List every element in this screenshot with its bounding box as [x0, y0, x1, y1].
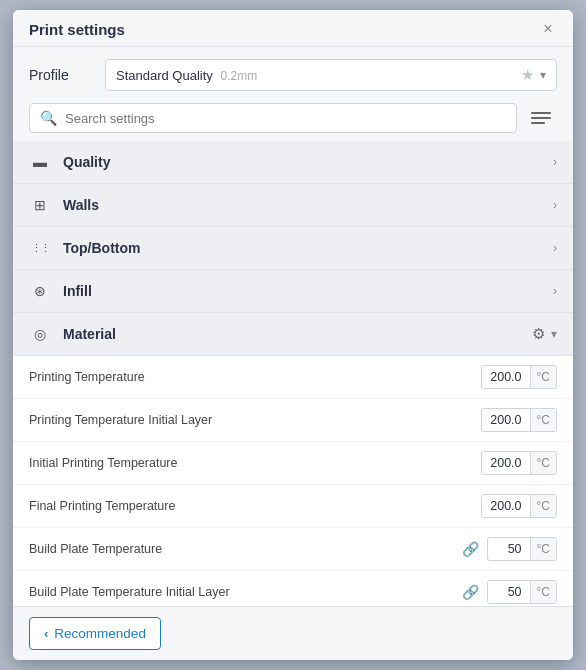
- profile-dropdown[interactable]: Standard Quality 0.2mm ★ ▾: [105, 59, 557, 91]
- build-plate-temp-initial-input[interactable]: 50 °C: [487, 580, 557, 604]
- printing-temp-input[interactable]: 200.0 °C: [481, 365, 557, 389]
- close-button[interactable]: ×: [539, 20, 557, 38]
- recommended-label: Recommended: [54, 626, 146, 641]
- section-topbottom[interactable]: Top/Bottom ›: [13, 227, 573, 270]
- setting-build-plate-temp-initial: Build Plate Temperature Initial Layer 🔗 …: [13, 571, 573, 606]
- footer: ‹ Recommended: [13, 606, 573, 660]
- walls-icon: [29, 194, 51, 216]
- search-row: 🔍: [13, 99, 573, 141]
- walls-chevron-icon: ›: [553, 198, 557, 212]
- printing-temp-initial-input[interactable]: 200.0 °C: [481, 408, 557, 432]
- star-icon[interactable]: ★: [521, 66, 534, 84]
- search-box[interactable]: 🔍: [29, 103, 517, 133]
- setting-printing-temp: Printing Temperature 200.0 °C: [13, 356, 573, 399]
- section-material[interactable]: Material ⚙ ▾: [13, 313, 573, 356]
- topbottom-chevron-icon: ›: [553, 241, 557, 255]
- recommended-chevron-icon: ‹: [44, 626, 48, 641]
- profile-chevron-icon[interactable]: ▾: [540, 68, 546, 82]
- material-icon: [29, 323, 51, 345]
- setting-build-plate-temp: Build Plate Temperature 🔗 50 °C: [13, 528, 573, 571]
- setting-final-printing-temp: Final Printing Temperature 200.0 °C: [13, 485, 573, 528]
- menu-icon-button[interactable]: [525, 106, 557, 130]
- section-walls[interactable]: Walls ›: [13, 184, 573, 227]
- build-plate-temp-initial-link-icon[interactable]: 🔗: [462, 584, 479, 600]
- profile-value: Standard Quality 0.2mm: [116, 68, 515, 83]
- search-icon: 🔍: [40, 110, 57, 126]
- topbottom-icon: [29, 237, 51, 259]
- material-chevron-icon: ▾: [551, 327, 557, 341]
- menu-line-2: [531, 117, 551, 119]
- menu-line-3: [531, 122, 545, 124]
- material-actions: ⚙ ▾: [532, 325, 557, 343]
- search-input[interactable]: [65, 111, 506, 126]
- profile-label: Profile: [29, 67, 89, 83]
- setting-initial-printing-temp: Initial Printing Temperature 200.0 °C: [13, 442, 573, 485]
- quality-chevron-icon: ›: [553, 155, 557, 169]
- setting-printing-temp-initial: Printing Temperature Initial Layer 200.0…: [13, 399, 573, 442]
- profile-row: Profile Standard Quality 0.2mm ★ ▾: [13, 47, 573, 99]
- infill-icon: [29, 280, 51, 302]
- window-title: Print settings: [29, 21, 125, 38]
- quality-icon: [29, 151, 51, 173]
- build-plate-temp-input[interactable]: 50 °C: [487, 537, 557, 561]
- print-settings-panel: Print settings × Profile Standard Qualit…: [13, 10, 573, 660]
- build-plate-temp-link-icon[interactable]: 🔗: [462, 541, 479, 557]
- initial-printing-temp-input[interactable]: 200.0 °C: [481, 451, 557, 475]
- section-quality[interactable]: Quality ›: [13, 141, 573, 184]
- infill-chevron-icon: ›: [553, 284, 557, 298]
- material-settings-group: Printing Temperature 200.0 °C Printing T…: [13, 356, 573, 606]
- title-bar: Print settings ×: [13, 10, 573, 47]
- recommended-button[interactable]: ‹ Recommended: [29, 617, 161, 650]
- settings-list: Quality › Walls › Top/Bottom › Infill › …: [13, 141, 573, 606]
- section-infill[interactable]: Infill ›: [13, 270, 573, 313]
- profile-sub: 0.2mm: [220, 69, 257, 83]
- menu-line-1: [531, 112, 551, 114]
- final-printing-temp-input[interactable]: 200.0 °C: [481, 494, 557, 518]
- tune-icon[interactable]: ⚙: [532, 325, 545, 343]
